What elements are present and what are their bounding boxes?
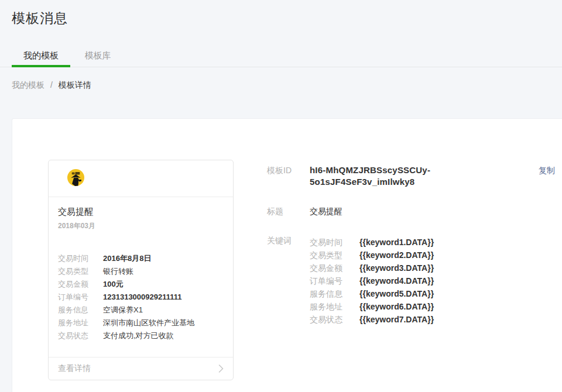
- keyword-name: 交易时间: [310, 236, 359, 249]
- breadcrumb-current: 模板详情: [59, 80, 91, 90]
- preview-message-date: 2018年03月: [58, 221, 224, 231]
- view-details-label: 查看详情: [58, 363, 91, 374]
- field-label: 订单编号: [58, 291, 103, 304]
- tab-bar: 我的模板 模板库: [0, 43, 562, 67]
- field-row-order-number: 订单编号 1231313000929211111: [58, 291, 224, 304]
- field-row-transaction-status: 交易状态 支付成功,对方已收款: [58, 329, 224, 342]
- field-row-transaction-amount: 交易金额 100元: [58, 278, 224, 291]
- tab-template-library[interactable]: 模板库: [73, 43, 122, 67]
- keyword-item: 交易状态 {{keyword7.DATA}}: [310, 313, 434, 326]
- page-title: 模板消息: [12, 9, 68, 27]
- keyword-item: 订单编号 {{keyword4.DATA}}: [310, 274, 434, 287]
- keyword-name: 交易金额: [310, 262, 359, 274]
- preview-message-title: 交易提醒: [58, 207, 224, 218]
- field-value: 100元: [103, 278, 124, 291]
- keyword-name: 服务信息: [310, 287, 359, 300]
- field-label: 服务信息: [58, 304, 103, 317]
- keyword-placeholder: {{keyword3.DATA}}: [359, 262, 434, 274]
- view-details-button[interactable]: 查看详情: [49, 357, 233, 380]
- template-title-label: 标题: [267, 205, 310, 217]
- keyword-list: 交易时间 {{keyword1.DATA}} 交易类型 {{keyword2.D…: [310, 236, 434, 326]
- field-row-service-address: 服务地址 深圳市南山区软件产业基地: [58, 317, 224, 329]
- breadcrumb-separator: /: [50, 80, 53, 90]
- field-label: 服务地址: [58, 317, 103, 329]
- template-id-row: 模板ID hI6-MhQMZJRBSscySSCUy-5o1sJF4SeF3v_…: [267, 164, 555, 188]
- keyword-placeholder: {{keyword5.DATA}}: [359, 287, 434, 300]
- field-row-transaction-time: 交易时间 2016年8月8日: [58, 252, 224, 265]
- keyword-item: 交易类型 {{keyword2.DATA}}: [310, 249, 434, 262]
- field-value: 1231313000929211111: [103, 291, 182, 304]
- keyword-placeholder: {{keyword1.DATA}}: [359, 236, 434, 249]
- field-label: 交易状态: [58, 329, 103, 342]
- preview-field-list: 交易时间 2016年8月8日 交易类型 银行转账 交易金额 100元 订单编号 …: [49, 231, 233, 342]
- breadcrumb-parent[interactable]: 我的模板: [12, 80, 44, 90]
- field-value: 空调保养X1: [103, 304, 143, 317]
- field-label: 交易金额: [58, 278, 103, 291]
- field-value: 深圳市南山区软件产业基地: [103, 317, 194, 329]
- keyword-name: 交易状态: [310, 313, 359, 326]
- keyword-placeholder: {{keyword6.DATA}}: [359, 300, 434, 313]
- field-row-service-info: 服务信息 空调保养X1: [58, 304, 224, 317]
- template-detail-panel: 交易提醒 2018年03月 交易时间 2016年8月8日 交易类型 银行转账 交…: [12, 118, 562, 392]
- keyword-placeholder: {{keyword2.DATA}}: [359, 249, 434, 262]
- keyword-item: 交易金额 {{keyword3.DATA}}: [310, 262, 434, 274]
- field-value: 银行转账: [103, 265, 133, 278]
- keyword-name: 订单编号: [310, 274, 359, 287]
- keyword-item: 服务信息 {{keyword5.DATA}}: [310, 287, 434, 300]
- field-label: 交易类型: [58, 265, 103, 278]
- keyword-item: 服务地址 {{keyword6.DATA}}: [310, 300, 434, 313]
- template-id-label: 模板ID: [267, 164, 310, 176]
- keyword-placeholder: {{keyword4.DATA}}: [359, 274, 434, 287]
- field-value: 2016年8月8日: [103, 252, 151, 265]
- field-label: 交易时间: [58, 252, 103, 265]
- keyword-placeholder: {{keyword7.DATA}}: [359, 313, 434, 326]
- tab-my-templates[interactable]: 我的模板: [12, 43, 70, 67]
- template-title-value: 交易提醒: [310, 205, 342, 217]
- preview-message-head: 交易提醒 2018年03月: [49, 197, 233, 231]
- keyword-name: 服务地址: [310, 300, 359, 313]
- template-id-value: hI6-MhQMZJRBSscySSCUy-5o1sJF4SeF3v_imIlw…: [310, 164, 530, 188]
- breadcrumb: 我的模板 / 模板详情: [12, 80, 91, 91]
- account-avatar-icon: [67, 169, 84, 186]
- preview-card-header: [49, 160, 233, 197]
- keyword-item: 交易时间 {{keyword1.DATA}}: [310, 236, 434, 249]
- template-title-row: 标题 交易提醒: [267, 205, 555, 217]
- keywords-row: 关键词 交易时间 {{keyword1.DATA}} 交易类型 {{keywor…: [267, 235, 555, 326]
- field-value: 支付成功,对方已收款: [103, 329, 174, 342]
- message-preview-card: 交易提醒 2018年03月 交易时间 2016年8月8日 交易类型 银行转账 交…: [48, 160, 234, 380]
- copy-template-id-link[interactable]: 复制: [539, 164, 555, 176]
- template-detail-info: 模板ID hI6-MhQMZJRBSscySSCUy-5o1sJF4SeF3v_…: [267, 164, 555, 343]
- keyword-name: 交易类型: [310, 249, 359, 262]
- keywords-label: 关键词: [267, 235, 310, 246]
- chevron-right-icon: [218, 365, 224, 373]
- field-row-transaction-type: 交易类型 银行转账: [58, 265, 224, 278]
